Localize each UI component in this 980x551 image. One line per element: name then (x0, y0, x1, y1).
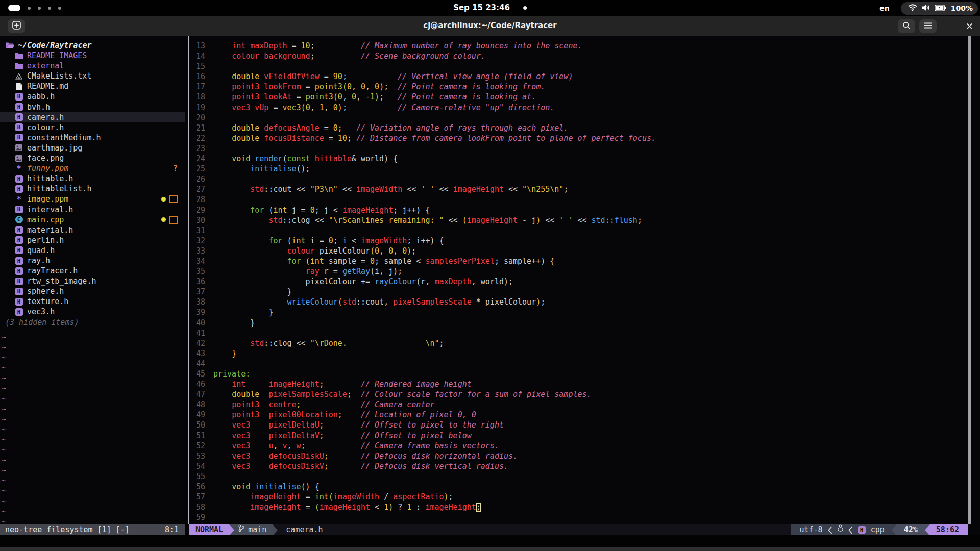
code-line-34[interactable]: 34 for (int sample = 0; sample < samples… (189, 256, 968, 266)
tree-item-hittableList.h[interactable]: HhittableList.h (0, 184, 185, 194)
tree-item-README.md[interactable]: README.md (0, 81, 185, 91)
code-line-44[interactable]: 44 (189, 359, 968, 369)
tree-item-interval.h[interactable]: Hinterval.h (0, 205, 185, 215)
input-language-indicator[interactable]: en (879, 4, 889, 12)
code-line-52[interactable]: 52 vec3 u, v, w; // Camera frame basis v… (189, 441, 968, 451)
code-line-17[interactable]: 17 point3 lookFrom = point3(0, 0, 0); //… (189, 82, 968, 92)
code-line-31[interactable]: 31 (189, 226, 968, 236)
code-line-43[interactable]: 43 } (189, 348, 968, 359)
code-line-38[interactable]: 38 writeColour(std::cout, pixelSamplesSc… (189, 297, 968, 307)
neotree-file-list[interactable]: ~/Code/RaytracerREADME_IMAGESexternalCMa… (0, 40, 185, 328)
menu-button[interactable] (919, 19, 937, 33)
file-name: external (27, 61, 64, 71)
code-line-57[interactable]: 57 imageHeight = int(imageWidth / aspect… (189, 492, 968, 502)
code-line-29[interactable]: 29 for (int j = 0; j < imageHeight; j++)… (189, 205, 968, 215)
active-workspace-pill[interactable] (8, 5, 20, 11)
empty-line-tilde: ~ (2, 404, 6, 414)
tree-root-item[interactable]: ~/Code/Raytracer (0, 40, 185, 51)
code-line-42[interactable]: 42 std::clog << "\rDone. \n"; (189, 338, 968, 348)
h-icon: H (14, 267, 23, 275)
tree-item-constantMedium.h[interactable]: HconstantMedium.h (0, 133, 185, 143)
code-line-19[interactable]: 19 vec3 vUp = vec3(0, 1, 0); // Camera-r… (189, 103, 968, 113)
code-line-47[interactable]: 47 double pixelSamplesScale; // Colour s… (189, 389, 968, 399)
code-line-23[interactable]: 23 (189, 143, 968, 154)
code-line-18[interactable]: 18 point3 lookAt = point3(0, 0, -1); // … (189, 92, 968, 102)
tree-item-README_IMAGES[interactable]: README_IMAGES (0, 51, 185, 61)
tree-item-texture.h[interactable]: Htexture.h (0, 296, 185, 307)
code-line-30[interactable]: 30 std::clog << "\rScanlines remaining: … (189, 215, 968, 226)
code-line-22[interactable]: 22 double focusDistance = 10; // Distanc… (189, 133, 968, 143)
code-line-14[interactable]: 14 colour background; // Scene backgroun… (189, 51, 968, 61)
code-line-39[interactable]: 39 } (189, 307, 968, 317)
code-area[interactable]: 13 int maxDepth = 10; // Maximum number … (189, 41, 968, 522)
code-line-49[interactable]: 49 point3 pixel00Location; // Location o… (189, 410, 968, 420)
neotree-empty-lines: ~~~~~~~~~~~~~~~~~~~ (2, 332, 6, 524)
tree-item-rayTracer.h[interactable]: HrayTracer.h (0, 266, 185, 276)
code-line-40[interactable]: 40 } (189, 318, 968, 328)
tree-item-earthmap.jpg[interactable]: earthmap.jpg (0, 143, 185, 153)
close-button[interactable] (963, 20, 976, 33)
tree-item-bvh.h[interactable]: Hbvh.h (0, 102, 185, 112)
code-line-56[interactable]: 56 void initialise() { (189, 482, 968, 492)
code-line-46[interactable]: 46 int imageHeight; // Rendered image he… (189, 379, 968, 389)
code-line-26[interactable]: 26 (189, 174, 968, 184)
code-line-45[interactable]: 45private: (189, 369, 968, 379)
tree-item-main.cpp[interactable]: Cmain.cpp (0, 215, 185, 225)
code-line-24[interactable]: 24 void render(const hittable& world) { (189, 154, 968, 164)
tree-item-external[interactable]: external (0, 61, 185, 71)
code-line-25[interactable]: 25 initialise(); (189, 164, 968, 174)
code-line-50[interactable]: 50 vec3 pixelDeltaU; // Offset to pixel … (189, 420, 968, 430)
code-line-51[interactable]: 51 vec3 pixelDeltaV; // Offset to pixel … (189, 431, 968, 441)
code-line-48[interactable]: 48 point3 centre; // Camera center (189, 399, 968, 410)
workspace-indicator[interactable] (8, 5, 61, 11)
tree-item-image.ppm[interactable]: *image.ppm (0, 194, 185, 204)
code-line-41[interactable]: 41 (189, 328, 968, 338)
wifi-icon (908, 4, 917, 13)
code-line-36[interactable]: 36 pixelColour += rayColour(r, maxDepth,… (189, 277, 968, 287)
terminal-scrollbar[interactable] (968, 36, 971, 524)
code-line-28[interactable]: 28 (189, 194, 968, 205)
h-icon: H (14, 134, 23, 141)
tree-item-face.png[interactable]: face.png (0, 153, 185, 163)
tree-item-colour.h[interactable]: Hcolour.h (0, 122, 185, 133)
tree-item-camera.h[interactable]: Hcamera.h (0, 112, 185, 122)
tree-item-perlin.h[interactable]: Hperlin.h (0, 235, 185, 245)
workspace-dot[interactable] (48, 7, 51, 10)
hidden-items-note: (3 hidden items) (0, 317, 185, 328)
tree-item-ray.h[interactable]: Hray.h (0, 256, 185, 266)
tree-item-rtw_stb_image.h[interactable]: Hrtw_stb_image.h (0, 276, 185, 286)
tree-item-vec3.h[interactable]: Hvec3.h (0, 307, 185, 317)
code-line-35[interactable]: 35 ray r = getRay(i, j); (189, 266, 968, 277)
code-line-15[interactable]: 15 (189, 61, 968, 71)
code-line-33[interactable]: 33 colour pixelColour(0, 0, 0); (189, 246, 968, 256)
code-line-13[interactable]: 13 int maxDepth = 10; // Maximum number … (189, 41, 968, 51)
code-line-16[interactable]: 16 double vFieldOfView = 90; // Vertical… (189, 71, 968, 82)
code-line-58[interactable]: 58 imageHeight = (imageHeight < 1) ? 1 :… (189, 502, 968, 512)
tree-item-funny.ppm[interactable]: *funny.ppm? (0, 163, 185, 173)
code-line-37[interactable]: 37 } (189, 287, 968, 297)
search-button[interactable] (898, 19, 915, 33)
status-tray[interactable]: 100% (901, 2, 978, 15)
tree-item-material.h[interactable]: Hmaterial.h (0, 225, 185, 235)
tree-item-hittable.h[interactable]: Hhittable.h (0, 173, 185, 184)
tree-item-sphere.h[interactable]: Hsphere.h (0, 286, 185, 296)
workspace-dot[interactable] (28, 7, 31, 10)
clock[interactable]: Sep 15 23:46 (453, 3, 527, 12)
workspace-dot[interactable] (58, 7, 61, 10)
code-line-59[interactable]: 59 (189, 512, 968, 522)
code-line-53[interactable]: 53 vec3 defocusDiskU; // Defocus disk ho… (189, 451, 968, 461)
code-line-54[interactable]: 54 vec3 defocusDiskV; // Defocus disk ve… (189, 461, 968, 471)
code-line-20[interactable]: 20 (189, 113, 968, 123)
tree-item-quad.h[interactable]: Hquad.h (0, 245, 185, 256)
cursor-position: 58:62 (930, 524, 968, 535)
code-line-55[interactable]: 55 (189, 471, 968, 482)
code-line-27[interactable]: 27 std::cout << "P3\n" << imageWidth << … (189, 184, 968, 194)
code-line-32[interactable]: 32 for (int i = 0; i < imageWidth; i++) … (189, 236, 968, 246)
battery-icon (935, 4, 946, 13)
git-staged-square-icon (169, 216, 178, 224)
line-number: 53 (189, 451, 205, 461)
workspace-dot[interactable] (38, 7, 41, 10)
tree-item-aabb.h[interactable]: Haabb.h (0, 91, 185, 102)
tree-item-CMakeLists.txt[interactable]: CMakeLists.txt (0, 71, 185, 81)
code-line-21[interactable]: 21 double defocusAngle = 0; // Variation… (189, 123, 968, 133)
